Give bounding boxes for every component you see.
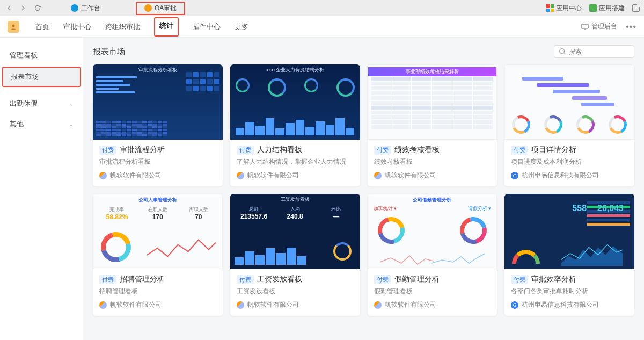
app-center-label: 应用中心 [556,4,582,13]
sidebar-item-other[interactable]: 其他 ⌄ [0,114,83,134]
workspace-tab-oa-approval[interactable]: OA审批 [136,2,185,15]
card-title: 假勤管理分析 [394,274,440,284]
vendor-name: 帆软软件有限公司 [110,171,162,180]
card-title: 工资发放看板 [257,274,302,284]
search-input[interactable] [569,48,628,55]
vendor-icon [99,301,107,309]
paid-badge: 付费 [237,275,254,284]
page-title: 报表市场 [93,47,125,57]
browser-topbar: 工作台 OA审批 应用中心 应用搭建 [0,0,644,16]
vendor-name: 帆软软件有限公司 [385,300,436,309]
paid-badge: 付费 [374,146,391,155]
paid-badge: 付费 [511,275,528,284]
report-card[interactable]: xxxx企业人力资源结构分析 付费人力结构看板 了解人力结构情况，掌握企业人力情… [230,64,360,186]
card-subtitle: 招聘管理看板 [99,287,216,296]
card-title: 审批效率分析 [531,274,576,284]
sidebar: 管理看板 报表市场 出勤休假 ⌄ 其他 ⌄ [0,38,83,340]
card-title: 绩效考核看板 [394,145,440,155]
report-card[interactable]: 工资发放看板 总额213557.6 人均240.8 环比— 付费工资发放看板 工… [230,194,360,316]
card-subtitle: 假勤管理看板 [374,287,491,296]
vendor-icon [237,301,244,309]
nav-statistics[interactable]: 统计 [154,17,179,37]
card-subtitle: 工资发放看板 [237,287,354,296]
admin-backend-link[interactable]: 管理后台 [581,22,617,31]
app-logo [8,21,19,33]
app-center-icon [546,4,554,12]
sidebar-item-label: 出勤休假 [10,99,38,108]
report-thumbnail: 工资发放看板 总额213557.6 人均240.8 环比— [230,194,360,269]
app-build-icon [589,4,597,12]
refresh-button[interactable] [32,3,43,13]
workbench-icon [71,4,78,12]
report-card[interactable]: 事业部绩效考核结果解析 [368,64,497,186]
vendor-name: 帆软软件有限公司 [247,171,299,180]
nav-links: 首页 审批中心 跨组织审批 统计 插件中心 更多 [35,17,248,37]
content-area: 报表市场 审批流程分析看板 付费审批流程分析 审批流程分析看板 帆软软件有限公司 [83,38,644,340]
report-grid: 审批流程分析看板 付费审批流程分析 审批流程分析看板 帆软软件有限公司 xxxx… [93,64,634,316]
report-thumbnail: 审批流程分析看板 [93,64,223,140]
chevron-down-icon: ⌄ [69,121,74,128]
vendor-icon [374,301,382,309]
paid-badge: 付费 [99,275,116,284]
vendor-name: 杭州申易信息科技有限公司 [522,300,599,309]
app-build-label: 应用搭建 [599,4,625,13]
monitor-icon [581,23,589,31]
app-center-link[interactable]: 应用中心 [546,4,582,13]
card-title: 招聘管理分析 [120,274,165,284]
vendor-icon: G [511,301,518,309]
tab-label: OA审批 [155,4,177,13]
admin-label: 管理后台 [591,22,617,31]
vendor-icon [237,172,244,179]
nav-plugin-center[interactable]: 插件中心 [193,17,221,37]
report-card[interactable]: 公司假勤管理分析 加班统计 ▾ 请假分析 ▾ 付费假勤管理分析 假勤管理看板 帆… [368,194,497,316]
vendor-icon: G [511,172,518,179]
sidebar-item-label: 管理看板 [10,50,38,60]
report-card[interactable]: 审批流程分析看板 付费审批流程分析 审批流程分析看板 帆软软件有限公司 [93,64,223,186]
report-card[interactable]: 55826,043 付费审批效率分析 各部门各类审批单耗时分析 G杭州申易信息科… [504,194,634,316]
card-title: 项目详情分析 [531,145,576,155]
sidebar-item-label: 报表市场 [11,72,39,82]
report-thumbnail [504,64,634,140]
report-thumbnail: 55826,043 [504,194,634,269]
tab-label: 工作台 [81,4,100,13]
more-options-button[interactable]: ••• [626,22,636,32]
nav-approval-center[interactable]: 审批中心 [63,17,91,37]
card-title: 人力结构看板 [257,145,302,155]
paid-badge: 付费 [237,146,254,155]
card-subtitle: 了解人力结构情况，掌握企业人力情况 [237,157,354,167]
card-title: 审批流程分析 [120,145,165,155]
nav-back-button[interactable] [4,3,14,13]
sidebar-item-attendance[interactable]: 出勤休假 ⌄ [0,93,83,114]
nav-forward-button[interactable] [18,3,28,13]
svg-rect-1 [582,24,588,28]
open-external-button[interactable] [632,4,640,12]
open-external-icon [632,4,640,12]
workspace-tab-workbench[interactable]: 工作台 [65,2,106,15]
app-navbar: 首页 审批中心 跨组织审批 统计 插件中心 更多 管理后台 ••• [0,16,644,38]
paid-badge: 付费 [511,146,528,155]
report-card[interactable]: 公司人事管理分析 完成率58.82% 在职人数170 离职人数70 付费招聘管理… [93,194,223,316]
nav-cross-org[interactable]: 跨组织审批 [105,17,140,37]
sidebar-item-dashboard[interactable]: 管理看板 [0,45,83,66]
paid-badge: 付费 [99,146,116,155]
report-thumbnail: 公司人事管理分析 完成率58.82% 在职人数170 离职人数70 [93,194,223,269]
card-subtitle: 项目进度及成本利润分析 [511,157,628,167]
vendor-name: 帆软软件有限公司 [247,300,299,309]
app-build-link[interactable]: 应用搭建 [589,4,625,13]
nav-home[interactable]: 首页 [35,17,49,37]
report-thumbnail: xxxx企业人力资源结构分析 [230,64,360,140]
card-subtitle: 审批流程分析看板 [99,157,216,167]
chevron-down-icon: ⌄ [69,100,74,107]
svg-point-0 [12,24,15,27]
report-card[interactable]: 付费项目详情分析 项目进度及成本利润分析 G杭州申易信息科技有限公司 [504,64,634,186]
nav-more[interactable]: 更多 [235,17,248,37]
search-box[interactable] [554,45,634,58]
vendor-name: 杭州申易信息科技有限公司 [522,171,599,180]
svg-point-2 [560,49,565,54]
vendor-icon [99,172,107,179]
report-thumbnail: 公司假勤管理分析 加班统计 ▾ 请假分析 ▾ [368,194,497,269]
vendor-icon [374,172,382,179]
sidebar-item-label: 其他 [10,119,24,129]
sidebar-item-report-market[interactable]: 报表市场 [2,67,81,87]
card-subtitle: 各部门各类审批单耗时分析 [511,287,628,296]
